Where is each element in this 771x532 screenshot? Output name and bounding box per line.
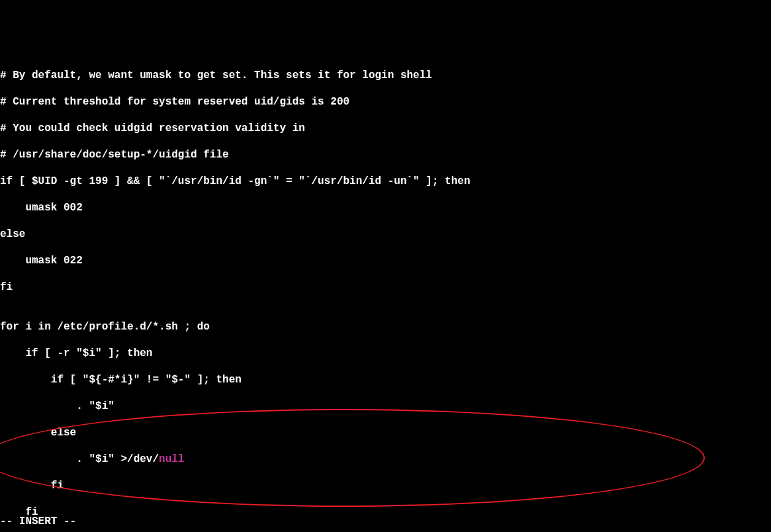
code-line: for i in /etc/profile.d/*.sh ; do: [0, 320, 771, 333]
code-line: if [ -r "$i" ]; then: [0, 347, 771, 360]
code-line: umask 002: [0, 201, 771, 214]
code-line: else: [0, 228, 771, 241]
code-line: if [ $UID -gt 199 ] && [ "`/usr/bin/id -…: [0, 175, 771, 188]
code-line: . "$i" >/dev/null: [0, 453, 771, 466]
code-line: # You could check uidgid reservation val…: [0, 122, 771, 135]
code-line: fi: [0, 281, 771, 294]
code-line: . "$i": [0, 400, 771, 413]
vim-mode-indicator: -- INSERT --: [0, 515, 76, 528]
code-line: fi: [0, 506, 771, 519]
null-keyword: null: [159, 453, 184, 465]
code-line: # /usr/share/doc/setup-*/uidgid file: [0, 148, 771, 161]
terminal-editor[interactable]: # By default, we want umask to get set. …: [0, 53, 771, 532]
code-line: else: [0, 426, 771, 439]
code-line: umask 022: [0, 254, 771, 267]
code-line: # By default, we want umask to get set. …: [0, 69, 771, 82]
code-line: if [ "${-#*i}" != "$-" ]; then: [0, 373, 771, 386]
code-line: fi: [0, 479, 771, 492]
code-line: # Current threshold for system reserved …: [0, 95, 771, 109]
